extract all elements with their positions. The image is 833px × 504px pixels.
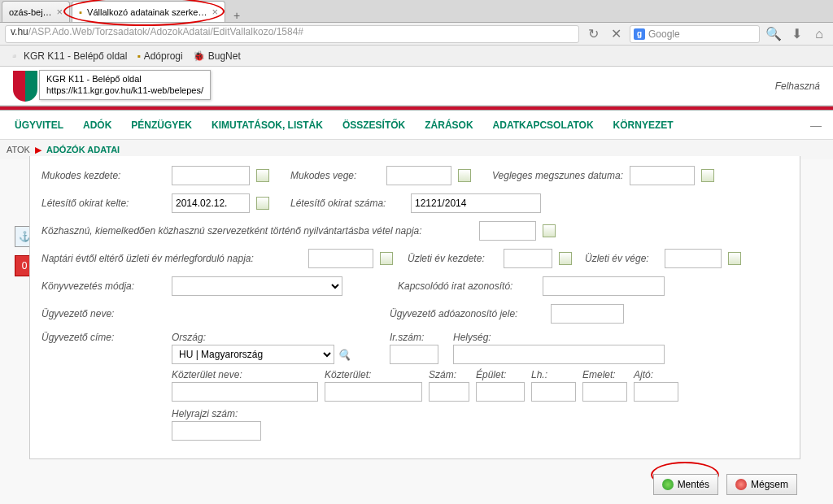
home-icon[interactable]: ⌂ (810, 25, 828, 43)
kozterulet-neve-input[interactable] (172, 382, 318, 402)
menu-zarasok[interactable]: ZÁRÁSOK (416, 115, 481, 136)
lh-input[interactable] (531, 382, 576, 402)
browser-tab-bar: ozás-bej… × ▪ Vállalkozó adatainak szerk… (0, 0, 833, 23)
ugyvez-cime-label: Ügyvezető címe: (41, 332, 165, 343)
uzleti-vege-input[interactable] (665, 249, 722, 268)
naptari-label: Naptári évtől eltérő üzleti év mérlegfor… (41, 253, 302, 264)
page-icon: ▫️ (8, 50, 20, 62)
chevron-right-icon: ▶ (35, 145, 41, 155)
mukodes-kezdete-label: Mukodes kezdete: (41, 170, 165, 181)
calendar-icon[interactable] (559, 252, 572, 265)
vegleges-label: Vegleges megszunes datuma: (492, 170, 623, 181)
irszam-input[interactable] (390, 345, 438, 364)
calendar-icon[interactable] (543, 224, 556, 237)
menu-osszesitok[interactable]: ÖSSZESÍTŐK (334, 115, 413, 136)
uzleti-kezdete-input[interactable] (504, 249, 552, 268)
search-placeholder: Google (648, 28, 680, 40)
konyv-label: Könyvvezetés módja: (41, 280, 165, 292)
szam-input[interactable] (429, 382, 469, 402)
main-menu: ÜGYVITEL ADÓK PÉNZÜGYEK KIMUTATÁSOK, LIS… (0, 111, 833, 140)
menu-kimutatasok[interactable]: KIMUTATÁSOK, LISTÁK (203, 115, 331, 136)
stop-icon[interactable]: ✕ (607, 25, 625, 43)
mukodes-kezdete-input[interactable] (172, 166, 250, 185)
close-icon[interactable]: × (212, 6, 218, 18)
calendar-icon[interactable] (728, 252, 741, 265)
user-label: Felhaszná (775, 80, 820, 92)
konyv-select[interactable] (172, 276, 342, 296)
irszam-label: Ir.szám: (390, 332, 438, 343)
letesito-szama-input[interactable] (411, 193, 541, 213)
form-panel: Mukodes kezdete: Mukodes vege: Vegleges … (29, 156, 800, 459)
menu-adatkapcsolatok[interactable]: ADATKAPCSOLATOK (485, 115, 602, 136)
kapcs-irat-input[interactable] (543, 276, 665, 296)
letesito-kelte-input[interactable] (172, 193, 250, 213)
menu-penzugyek[interactable]: PÉNZÜGYEK (123, 115, 200, 136)
bookmark-item[interactable]: ▪ Adóprogi (137, 50, 182, 62)
tab-favicon: ▪ (79, 7, 82, 17)
ugyvez-neve-label: Ügyvezető neve: (41, 308, 165, 319)
mukodes-vege-input[interactable] (386, 166, 451, 185)
uzleti-vege-label: Üzleti év vége: (585, 253, 658, 264)
mukodes-vege-label: Mukodes vege: (290, 170, 380, 181)
calendar-icon[interactable] (256, 197, 269, 210)
letesito-szama-label: Létesítő okirat száma: (290, 198, 404, 209)
search-input[interactable]: g Google (630, 25, 760, 43)
url-host: v.hu (11, 26, 28, 37)
helyrajzi-label: Helyrajzi szám: (172, 408, 788, 419)
search-icon[interactable]: 🔍 (765, 25, 783, 43)
kozhasznu-label: Közhasznú, kiemelkedően közhasznú szerve… (41, 225, 473, 237)
ugyvez-ado-label: Ügyvezető adóazonosító jele: (390, 308, 544, 319)
cancel-button[interactable]: Mégsem (726, 474, 797, 495)
vegleges-input[interactable] (630, 166, 695, 185)
browser-tab[interactable]: ozás-bej… × (2, 1, 70, 22)
emelet-input[interactable] (582, 382, 627, 402)
kozhasznu-input[interactable] (479, 221, 536, 241)
calendar-icon[interactable] (701, 169, 714, 182)
cancel-icon (735, 479, 747, 490)
calendar-icon[interactable] (256, 169, 269, 182)
download-icon[interactable]: ⬇ (787, 25, 805, 43)
new-tab-button[interactable]: + (227, 9, 246, 22)
bookmark-item[interactable]: 🐞 BugNet (193, 50, 241, 62)
ugyvez-ado-input[interactable] (551, 304, 624, 324)
menu-adok[interactable]: ADÓK (75, 115, 120, 136)
reload-icon[interactable]: ↻ (584, 25, 602, 43)
google-icon: g (634, 28, 645, 40)
epulet-label: Épület: (476, 369, 525, 380)
naptari-input[interactable] (308, 249, 373, 268)
bookmark-favicon: ▪ (137, 50, 140, 62)
kozterulet-neve-label: Közterület neve: (172, 369, 318, 380)
lh-label: Lh.: (531, 369, 576, 380)
letesito-kelte-label: Létesítő okirat kelte: (41, 198, 165, 209)
bookmark-label: KGR K11 - Belépő oldal (24, 50, 127, 62)
breadcrumb-prev[interactable]: ATOK (7, 145, 30, 154)
save-button[interactable]: Mentés (653, 474, 718, 495)
emelet-label: Emelet: (582, 369, 627, 380)
menu-ugyvitel[interactable]: ÜGYVITEL (7, 115, 72, 136)
bookmark-label: BugNet (208, 50, 241, 62)
calendar-icon[interactable] (380, 252, 393, 265)
kapcs-irat-label: Kapcsolódó irat azonosító: (398, 280, 536, 292)
menu-kornyezet[interactable]: KÖRNYEZET (605, 115, 682, 136)
close-icon[interactable]: × (57, 6, 63, 18)
url-bar: v.hu/ASP.Ado.Web/Torzsadatok/AdozokAdata… (0, 23, 833, 46)
epulet-input[interactable] (476, 382, 525, 402)
kozterulet-input[interactable] (325, 382, 422, 402)
magnifier-icon[interactable]: 🔍 (338, 349, 351, 361)
helyrajzi-input[interactable] (172, 421, 261, 441)
bookmark-item[interactable]: ▫️ KGR K11 - Belépő oldal (8, 50, 127, 62)
orszag-label: Ország: (172, 332, 351, 343)
bookmark-bar: ▫️ KGR K11 - Belépő oldal ▪ Adóprogi 🐞 B… (0, 46, 833, 67)
bug-icon: 🐞 (193, 50, 205, 62)
szam-label: Szám: (429, 369, 469, 380)
orszag-select[interactable]: HU | Magyarország (172, 345, 334, 364)
helyseg-input[interactable] (453, 345, 665, 364)
kozterulet-label: Közterület: (325, 369, 422, 380)
page-header: KGR K11 - Belépő oldal https://k11.kgr.g… (0, 67, 833, 106)
browser-tab[interactable]: ▪ Vállalkozó adatainak szerke… × (72, 1, 225, 22)
ajto-input[interactable] (634, 382, 678, 402)
dash-icon[interactable]: — (805, 119, 826, 132)
calendar-icon[interactable] (458, 169, 471, 182)
address-input[interactable]: v.hu/ASP.Ado.Web/Torzsadatok/AdozokAdata… (5, 25, 579, 43)
crest-logo (13, 71, 37, 102)
